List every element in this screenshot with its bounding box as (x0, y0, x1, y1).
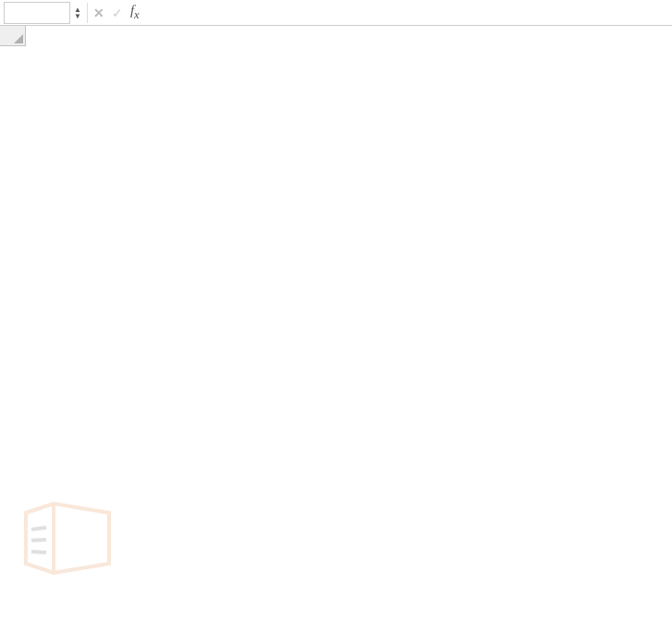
name-box[interactable] (4, 2, 70, 24)
watermark-logo (17, 494, 118, 581)
svg-line-0 (31, 528, 46, 529)
enter-icon[interactable]: ✓ (112, 6, 123, 20)
fx-icon[interactable]: fx (130, 3, 140, 22)
name-box-dropdown[interactable]: ▲ ▼ (74, 6, 81, 19)
formula-bar-container: ▲ ▼ ✕ ✓ fx (0, 0, 672, 26)
formula-input[interactable] (145, 3, 672, 23)
arrow-down-icon: ▼ (74, 13, 81, 19)
cancel-icon[interactable]: ✕ (93, 6, 104, 20)
formula-bar-buttons: ✕ ✓ fx (88, 3, 145, 22)
select-all-corner[interactable] (0, 26, 26, 46)
svg-line-1 (31, 540, 46, 541)
spreadsheet-grid[interactable] (0, 26, 672, 46)
svg-line-2 (31, 552, 46, 553)
